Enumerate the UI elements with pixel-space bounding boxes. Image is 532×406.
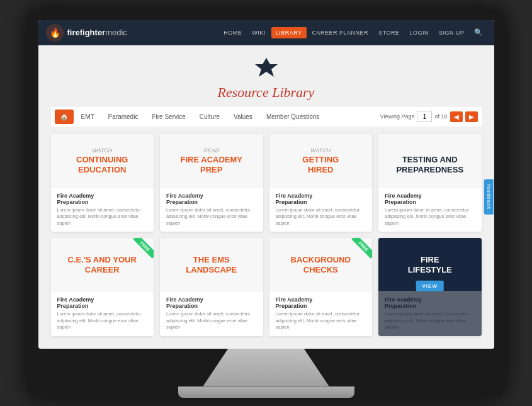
viewing-label: Viewing Page	[380, 113, 415, 120]
feedback-tab[interactable]: feedback	[484, 179, 494, 214]
page-title: Resource Library	[51, 84, 482, 101]
card-title: CONTINUINGEDUCATION	[59, 155, 147, 174]
card-text: Lorem ipsum dolor sit amet, consectetur …	[166, 207, 257, 227]
card-subtitle: Fire AcademyPreparation	[166, 193, 257, 205]
nav-signup[interactable]: SIGN UP	[434, 27, 469, 38]
free-badge	[128, 238, 154, 263]
card-fire-lifestyle[interactable]: VIEW FIRELIFESTYLE Fire AcademyPreparati…	[378, 238, 482, 336]
card-subtitle: Fire AcademyPreparation	[57, 296, 148, 309]
nav-login[interactable]: LOGIN	[405, 27, 433, 38]
card-subtitle: Fire AcademyPreparation	[385, 193, 475, 205]
search-icon[interactable]: 🔍	[470, 26, 487, 39]
card-subtitle: Fire AcademyPreparation	[276, 296, 366, 309]
card-subtitle: Fire AcademyPreparation	[57, 193, 148, 205]
page-content: feedback Resource Library 🏠 EMT Paramedi…	[38, 45, 494, 349]
card-body: Fire AcademyPreparation Lorem ipsum dolo…	[269, 291, 373, 336]
card-body: Fire AcademyPreparation Lorem ipsum dolo…	[269, 188, 373, 232]
card-text: Lorem ipsum dolor sit amet, consectetur …	[276, 311, 366, 331]
card-header: Watch GETTINGHIRED	[269, 134, 373, 188]
card-prefix: Watch	[277, 147, 365, 154]
card-body: Fire AcademyPreparation Lorem ipsum dolo…	[51, 291, 154, 336]
tab-home[interactable]: 🏠	[55, 110, 74, 124]
viewing-page: Viewing Page of 10 ◀ ▶	[380, 111, 478, 122]
tab-member-questions[interactable]: Member Questions	[260, 110, 325, 123]
card-body: Fire AcademyPreparation Lorem ipsum dolo…	[160, 188, 263, 232]
view-button[interactable]: VIEW	[416, 281, 444, 291]
nav-library[interactable]: LIBRARY	[271, 27, 307, 38]
logo: 🔥 firefightermedic	[46, 24, 127, 42]
tab-emt[interactable]: EMT	[75, 110, 101, 123]
logo-text: firefightermedic	[67, 28, 127, 37]
navbar: 🔥 firefightermedic HOME WIKI LIBRARY CAR…	[38, 20, 494, 45]
tab-paramedic[interactable]: Paramedic	[102, 110, 145, 123]
card-title: FIRE ACADEMYPREP	[167, 155, 256, 174]
card-prefix: Watch	[59, 147, 147, 154]
nav-store[interactable]: STORE	[374, 27, 404, 38]
nav-links: HOME WIKI LIBRARY CAREER PLANNER STORE L…	[219, 26, 486, 39]
page-number-input[interactable]	[417, 111, 432, 122]
tab-values[interactable]: Values	[227, 110, 259, 123]
total-pages-label: of 10	[434, 113, 447, 120]
card-header: x TESTING ANDPREPAREDNESS	[378, 134, 482, 188]
logo-icon: 🔥	[46, 24, 64, 42]
card-prefix: Read	[167, 147, 256, 154]
card-continuing-education[interactable]: Watch CONTINUINGEDUCATION Fire AcademyPr…	[51, 134, 154, 232]
card-text: Lorem ipsum dolor sit amet, consectetur …	[57, 207, 148, 227]
card-text: Lorem ipsum dolor sit amet, consectetur …	[276, 207, 366, 227]
next-page-button[interactable]: ▶	[465, 111, 478, 122]
monitor: 🔥 firefightermedic HOME WIKI LIBRARY CAR…	[27, 9, 506, 398]
nav-career[interactable]: CAREER PLANNER	[308, 27, 373, 38]
card-title: THE EMSLANDSCAPE	[167, 255, 256, 274]
card-getting-hired[interactable]: Watch GETTINGHIRED Fire AcademyPreparati…	[269, 134, 373, 232]
card-ces-career[interactable]: C.E.'S AND YOURCAREER Fire AcademyPrepar…	[51, 238, 154, 336]
card-subtitle: Fire AcademyPreparation	[276, 193, 366, 205]
card-body: Fire AcademyPreparation Lorem ipsum dolo…	[51, 188, 154, 232]
cards-grid: Watch CONTINUINGEDUCATION Fire AcademyPr…	[51, 134, 482, 336]
card-ems-landscape[interactable]: THE EMSLANDSCAPE Fire AcademyPreparation…	[160, 238, 263, 336]
card-background-checks[interactable]: BACKGROUNDCHECKS Fire AcademyPreparation…	[269, 238, 373, 336]
card-title: GETTINGHIRED	[277, 155, 365, 174]
card-fire-academy-prep[interactable]: Read FIRE ACADEMYPREP Fire AcademyPrepar…	[160, 134, 263, 232]
free-badge	[347, 238, 372, 263]
card-title: FIRELIFESTYLE	[386, 255, 474, 274]
svg-marker-2	[255, 58, 278, 77]
card-testing-preparedness[interactable]: x TESTING ANDPREPAREDNESS Fire AcademyPr…	[378, 134, 482, 232]
nav-wiki[interactable]: WIKI	[247, 27, 270, 38]
prev-page-button[interactable]: ◀	[450, 111, 463, 122]
card-text: Lorem ipsum dolor sit amet, consectetur …	[385, 207, 475, 227]
header-icon	[51, 55, 482, 83]
card-title: TESTING ANDPREPAREDNESS	[386, 155, 474, 174]
card-header: Read FIRE ACADEMYPREP	[160, 134, 263, 188]
card-header: THE EMSLANDSCAPE	[160, 238, 263, 291]
card-header: Watch CONTINUINGEDUCATION	[51, 134, 154, 188]
tab-fire-service[interactable]: Fire Service	[145, 110, 191, 123]
card-text: Lorem ipsum dolor sit amet, consectetur …	[57, 311, 148, 331]
nav-home[interactable]: HOME	[219, 27, 246, 38]
card-subtitle: Fire AcademyPreparation	[166, 296, 257, 309]
page-header: Resource Library	[51, 45, 482, 107]
svg-text:🔥: 🔥	[49, 28, 60, 38]
card-text: Lorem ipsum dolor sit amet, consectetur …	[166, 311, 257, 331]
card-body: Fire AcademyPreparation Lorem ipsum dolo…	[378, 188, 482, 232]
tab-culture[interactable]: Culture	[193, 110, 226, 123]
monitor-base	[178, 386, 354, 398]
screen: 🔥 firefightermedic HOME WIKI LIBRARY CAR…	[38, 20, 494, 349]
monitor-stand	[203, 349, 329, 386]
tabs-bar: 🏠 EMT Paramedic Fire Service Culture Val…	[51, 107, 482, 127]
card-body: Fire AcademyPreparation Lorem ipsum dolo…	[160, 291, 263, 336]
